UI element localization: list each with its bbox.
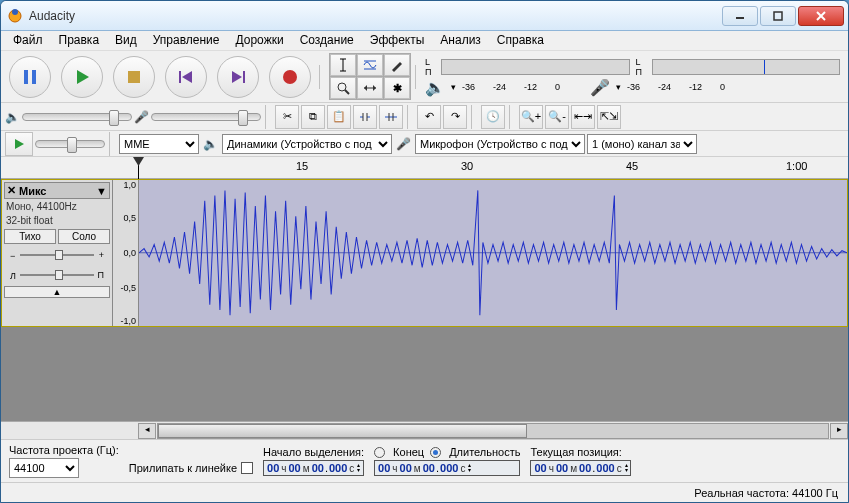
input-channels-select[interactable]: 1 (моно) канал за	[587, 134, 697, 154]
fit-project-button[interactable]: ⇱⇲	[597, 105, 621, 129]
svg-rect-3	[774, 12, 782, 20]
tools-palette: ✱	[329, 53, 411, 100]
playback-speed-slider[interactable]	[35, 140, 105, 148]
input-device-select[interactable]: Микрофон (Устройство с под	[415, 134, 585, 154]
zoom-in-button[interactable]: 🔍+	[519, 105, 543, 129]
fit-selection-button[interactable]: ⇤⇥	[571, 105, 595, 129]
menu-generate[interactable]: Создание	[294, 31, 360, 50]
window-title: Audacity	[29, 9, 75, 23]
waveform-display[interactable]	[139, 180, 847, 326]
menu-edit[interactable]: Правка	[53, 31, 106, 50]
trim-button[interactable]	[353, 105, 377, 129]
project-rate-select[interactable]: 44100	[9, 458, 79, 478]
output-volume-icon: 🔈	[5, 110, 20, 124]
paste-button[interactable]: 📋	[327, 105, 351, 129]
playback-meter[interactable]	[441, 59, 630, 75]
copy-button[interactable]: ⧉	[301, 105, 325, 129]
menu-effect[interactable]: Эффекты	[364, 31, 431, 50]
silence-button[interactable]	[379, 105, 403, 129]
svg-marker-24	[373, 85, 376, 91]
track-format-line2: 32-bit float	[4, 215, 110, 227]
solo-button[interactable]: Соло	[58, 229, 110, 244]
svg-rect-9	[128, 71, 140, 83]
input-volume-slider[interactable]	[151, 113, 261, 121]
zoom-out-button[interactable]: 🔍-	[545, 105, 569, 129]
play-at-speed-button[interactable]	[5, 132, 33, 156]
svg-point-14	[283, 70, 297, 84]
project-rate-label: Частота проекта (Гц):	[9, 444, 119, 456]
output-volume-slider[interactable]	[22, 113, 132, 121]
selection-end-radio[interactable]	[374, 447, 385, 458]
snap-to-label[interactable]: Прилипать к линейке	[129, 462, 253, 474]
record-button[interactable]	[269, 56, 311, 98]
record-meter[interactable]	[652, 59, 841, 75]
track-collapse-button[interactable]: ▲	[4, 286, 110, 298]
meter-scale: -36-24-120	[462, 82, 560, 92]
playback-meter-label: LП	[425, 57, 435, 77]
track-format-line1: Моно, 44100Hz	[4, 201, 110, 213]
audio-position-label: Текущая позиция:	[530, 446, 630, 458]
close-button[interactable]	[798, 6, 844, 26]
track-gain-slider[interactable]: −+	[10, 250, 104, 260]
menubar: Файл Правка Вид Управление Дорожки Созда…	[1, 31, 848, 51]
zoom-tool[interactable]	[330, 77, 356, 99]
skip-start-button[interactable]	[165, 56, 207, 98]
svg-rect-7	[32, 70, 36, 84]
cut-button[interactable]: ✂	[275, 105, 299, 129]
empty-track-area[interactable]	[1, 327, 848, 421]
menu-view[interactable]: Вид	[109, 31, 143, 50]
mic-icon: 🎤	[590, 78, 610, 97]
actual-rate-label: Реальная частота: 44100 Гц	[694, 487, 838, 499]
status-bar: Реальная частота: 44100 Гц	[1, 482, 848, 502]
horizontal-scrollbar[interactable]: ◂ ▸	[1, 421, 848, 439]
audio-position-time[interactable]: 00ч 00м 00.000с ▴▾	[530, 460, 630, 476]
svg-marker-8	[77, 70, 89, 84]
mute-button[interactable]: Тихо	[4, 229, 56, 244]
play-button[interactable]	[61, 56, 103, 98]
pause-button[interactable]	[9, 56, 51, 98]
selection-tool[interactable]	[330, 54, 356, 76]
redo-button[interactable]: ↷	[443, 105, 467, 129]
menu-file[interactable]: Файл	[7, 31, 49, 50]
speaker-icon: 🔈	[425, 78, 445, 97]
app-icon	[7, 8, 23, 24]
svg-rect-6	[24, 70, 28, 84]
track-control-panel: ✕ Микс ▼ Моно, 44100Hz 32-bit float Тихо…	[2, 180, 113, 326]
track-menu-button[interactable]: ▼	[96, 185, 107, 197]
menu-tracks[interactable]: Дорожки	[230, 31, 290, 50]
stop-button[interactable]	[113, 56, 155, 98]
svg-line-21	[345, 90, 349, 94]
svg-marker-25	[15, 139, 24, 149]
snap-to-checkbox[interactable]	[241, 462, 253, 474]
menu-analyze[interactable]: Анализ	[434, 31, 487, 50]
menu-transport[interactable]: Управление	[147, 31, 226, 50]
menu-help[interactable]: Справка	[491, 31, 550, 50]
track-close-button[interactable]: ✕	[7, 184, 16, 197]
audio-host-select[interactable]: MME	[119, 134, 199, 154]
skip-end-button[interactable]	[217, 56, 259, 98]
scroll-thumb[interactable]	[158, 424, 527, 438]
svg-marker-23	[364, 85, 367, 91]
selection-start-time[interactable]: 00ч 00м 00.000с ▴▾	[263, 460, 364, 476]
scroll-left-button[interactable]: ◂	[138, 423, 156, 439]
svg-marker-12	[232, 71, 242, 83]
track-pan-slider[interactable]: ЛП	[10, 270, 104, 280]
time-mark: 45	[626, 160, 638, 172]
timeshift-tool[interactable]	[357, 77, 383, 99]
output-device-icon: 🔈	[203, 137, 218, 151]
draw-tool[interactable]	[384, 54, 410, 76]
envelope-tool[interactable]	[357, 54, 383, 76]
maximize-button[interactable]	[760, 6, 796, 26]
selection-end-time[interactable]: 00ч 00м 00.000с ▴▾	[374, 460, 520, 476]
svg-marker-11	[182, 71, 192, 83]
record-meter-label: LП	[636, 57, 646, 77]
timeline-ruler[interactable]: 15 30 45 1:00	[1, 157, 848, 179]
time-mark: 1:00	[786, 160, 807, 172]
minimize-button[interactable]	[722, 6, 758, 26]
scroll-right-button[interactable]: ▸	[830, 423, 848, 439]
sync-lock-button[interactable]: 🕓	[481, 105, 505, 129]
undo-button[interactable]: ↶	[417, 105, 441, 129]
selection-length-radio[interactable]	[430, 447, 441, 458]
output-device-select[interactable]: Динамики (Устройство с под	[222, 134, 392, 154]
multi-tool[interactable]: ✱	[384, 77, 410, 99]
